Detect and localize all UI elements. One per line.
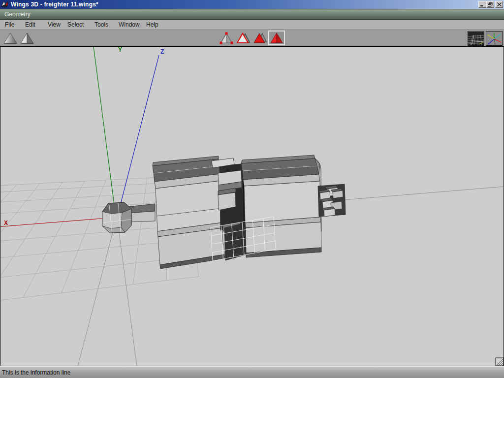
wings3d-window: Wings 3D - freighter 11.wings* <box>0 0 504 378</box>
restore-icon <box>488 2 493 7</box>
information-line: This is the information line <box>0 366 504 378</box>
viewport-resize-handle[interactable] <box>496 358 504 366</box>
smooth-shaded-view-button[interactable] <box>2 31 19 46</box>
close-icon <box>497 2 502 6</box>
edge-select-button[interactable] <box>235 31 252 45</box>
face-mode-icon <box>252 31 267 45</box>
title-bar[interactable]: Wings 3D - freighter 11.wings* <box>0 0 504 9</box>
toggle-ground-plane-button[interactable] <box>468 31 484 46</box>
axes-icon <box>486 32 502 45</box>
screen: Wings 3D - freighter 11.wings* <box>0 0 504 443</box>
menu-window[interactable]: Window <box>118 20 141 30</box>
y-axis-label: Y <box>118 46 122 53</box>
toggle-axes-button[interactable] <box>486 31 503 46</box>
edge-mode-icon <box>236 31 251 45</box>
information-line-text: This is the information line <box>2 369 70 376</box>
minimize-icon <box>480 2 485 6</box>
smooth-pyramid-icon <box>2 32 18 45</box>
engine-cluster <box>318 184 346 217</box>
close-button[interactable] <box>495 1 503 8</box>
geometry-window-caption[interactable]: Geometry <box>0 9 504 20</box>
hull-right-half <box>241 155 321 257</box>
geometry-viewport[interactable]: XYZ <box>0 46 504 366</box>
x-axis-label: X <box>4 220 8 226</box>
flat-shaded-view-button[interactable] <box>19 31 35 46</box>
menu-help[interactable]: Help <box>145 20 159 30</box>
geometry-window-label: Geometry <box>4 11 31 18</box>
restore-button[interactable] <box>486 1 494 8</box>
menu-edit[interactable]: Edit <box>24 20 36 30</box>
body-select-button[interactable] <box>268 31 285 45</box>
menu-select[interactable]: Select <box>66 20 85 30</box>
body-mode-icon <box>269 32 284 44</box>
menu-bar: File Edit View Select Tools Window Help <box>0 20 504 30</box>
wings3d-logo-icon <box>1 0 9 8</box>
hull-left-half <box>153 156 225 269</box>
face-select-button[interactable] <box>252 31 268 45</box>
menu-view[interactable]: View <box>47 20 62 30</box>
menu-file[interactable]: File <box>4 20 15 30</box>
ground-plane-icon <box>468 32 484 45</box>
z-axis-label: Z <box>160 48 164 55</box>
menu-tools[interactable]: Tools <box>94 20 109 30</box>
vertex-select-button[interactable] <box>218 31 235 45</box>
window-title: Wings 3D - freighter 11.wings* <box>11 1 98 8</box>
tool-bar <box>0 30 504 46</box>
cockpit-ball <box>102 202 131 233</box>
minimize-button[interactable] <box>478 1 486 8</box>
vertex-mode-icon <box>219 31 234 45</box>
neck-front <box>128 211 155 222</box>
flat-pyramid-icon <box>19 32 35 45</box>
